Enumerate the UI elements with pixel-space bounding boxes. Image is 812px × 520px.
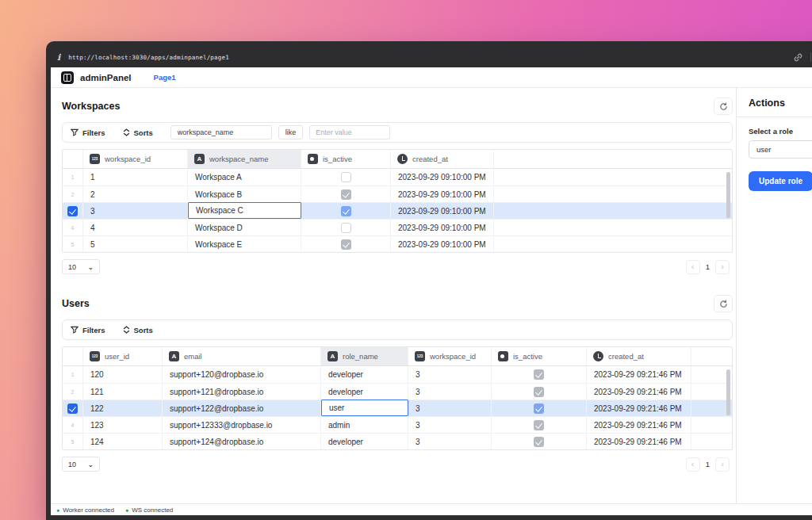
cell-workspace_id[interactable]: 3 xyxy=(408,366,492,383)
row-select-cell[interactable]: 1 xyxy=(63,366,83,383)
table-row[interactable]: 1120support+120@dropbase.iodeveloper3202… xyxy=(63,366,732,383)
table-row[interactable]: 5124support+124@dropbase.iodeveloper3202… xyxy=(63,433,732,449)
cell-created_at[interactable]: 2023-09-29 09:21:46 PM xyxy=(587,416,691,433)
row-select-cell[interactable]: 4 xyxy=(63,416,83,433)
row-select-cell[interactable] xyxy=(63,202,83,219)
row-select-cell[interactable]: 5 xyxy=(63,235,83,252)
cell-created_at[interactable]: 2023-09-29 09:10:00 PM xyxy=(391,185,494,202)
users-table-scrollbar[interactable] xyxy=(726,369,730,415)
cell-is_active[interactable] xyxy=(301,202,391,219)
cell-created_at[interactable]: 2023-09-29 09:10:00 PM xyxy=(391,202,494,219)
tab-page1[interactable]: Page1 xyxy=(154,73,176,82)
cell-workspace_name[interactable]: Workspace C xyxy=(188,202,301,219)
cell-email[interactable]: support+122@dropbase.io xyxy=(163,400,321,416)
workspaces-sorts-button[interactable]: Sorts xyxy=(123,128,153,137)
column-header-email[interactable]: Aemail xyxy=(163,347,321,365)
cell-user_id[interactable]: 123 xyxy=(83,416,163,433)
cell-email[interactable]: support+120@dropbase.io xyxy=(163,366,321,383)
column-header-user_id[interactable]: 123user_id xyxy=(83,347,163,365)
boolean-checkbox[interactable] xyxy=(534,420,544,430)
cell-workspace_id[interactable]: 4 xyxy=(83,219,188,235)
workspaces-table-scrollbar[interactable] xyxy=(726,172,730,218)
cell-is_active[interactable] xyxy=(301,185,391,202)
cell-is_active[interactable] xyxy=(492,416,587,433)
row-select-cell[interactable]: 2 xyxy=(63,185,83,202)
users-prev-page-button[interactable]: ‹ xyxy=(686,457,700,472)
cell-is_active[interactable] xyxy=(492,366,587,383)
users-sorts-button[interactable]: Sorts xyxy=(123,326,153,335)
cell-email[interactable]: support+12333@dropbase.io xyxy=(163,416,321,433)
table-row[interactable]: 22Workspace B2023-09-29 09:10:00 PM xyxy=(63,185,732,202)
workspaces-filters-button[interactable]: Filters xyxy=(71,128,105,137)
cell-created_at[interactable]: 2023-09-29 09:21:46 PM xyxy=(587,400,691,416)
cell-role_name[interactable]: developer xyxy=(321,433,408,449)
boolean-checkbox[interactable] xyxy=(534,369,544,380)
filter-operator-select[interactable]: like xyxy=(278,125,304,140)
cell-created_at[interactable]: 2023-09-29 09:10:00 PM xyxy=(391,219,494,235)
cell-role_name[interactable]: developer xyxy=(321,383,408,400)
users-next-page-button[interactable]: › xyxy=(715,457,730,472)
workspaces-refresh-button[interactable] xyxy=(714,98,733,115)
cell-role_name[interactable]: admin xyxy=(321,416,408,433)
table-row[interactable]: 2121support+121@dropbase.iodeveloper3202… xyxy=(63,383,732,400)
cell-workspace_name[interactable]: Workspace A xyxy=(188,169,301,185)
cell-workspace_id[interactable]: 3 xyxy=(408,400,492,416)
cell-created_at[interactable]: 2023-09-29 09:21:46 PM xyxy=(587,433,691,449)
table-row[interactable]: 11Workspace A2023-09-29 09:10:00 PM xyxy=(63,169,732,185)
users-filters-button[interactable]: Filters xyxy=(71,326,105,335)
cell-workspace_id[interactable]: 3 xyxy=(408,433,492,449)
column-header-workspace_name[interactable]: Aworkspace_name xyxy=(188,150,301,168)
column-header-role_name[interactable]: Arole_name xyxy=(321,347,408,365)
boolean-checkbox[interactable] xyxy=(341,239,351,250)
cell-created_at[interactable]: 2023-09-29 09:21:46 PM xyxy=(587,383,691,400)
cell-workspace_name[interactable]: Workspace B xyxy=(188,185,301,202)
column-header-created_at[interactable]: created_at xyxy=(587,347,691,365)
cell-is_active[interactable] xyxy=(492,400,587,416)
cell-workspace_id[interactable]: 3 xyxy=(408,416,492,433)
cell-is_active[interactable] xyxy=(301,219,391,235)
table-row[interactable]: 122support+122@dropbase.iouser32023-09-2… xyxy=(63,400,732,416)
cell-role_name[interactable]: user xyxy=(321,400,408,416)
users-refresh-button[interactable] xyxy=(714,295,733,312)
cell-is_active[interactable] xyxy=(301,169,391,185)
row-select-cell[interactable]: 1 xyxy=(63,169,83,185)
cell-user_id[interactable]: 121 xyxy=(83,383,163,400)
url-bar[interactable]: i http://localhost:3030/apps/adminpanel/… xyxy=(51,47,812,67)
url-text[interactable]: http://localhost:3030/apps/adminpanel/pa… xyxy=(68,54,229,61)
cell-workspace_id[interactable]: 3 xyxy=(408,383,492,400)
row-select-cell[interactable] xyxy=(63,400,83,416)
cell-workspace_id[interactable]: 5 xyxy=(83,235,188,252)
cell-created_at[interactable]: 2023-09-29 09:10:00 PM xyxy=(391,235,494,252)
cell-role_name[interactable]: developer xyxy=(321,366,408,383)
row-select-cell[interactable]: 5 xyxy=(63,433,83,449)
cell-is_active[interactable] xyxy=(492,383,587,400)
cell-workspace_id[interactable]: 3 xyxy=(83,202,188,219)
row-checkbox-checked[interactable] xyxy=(67,403,78,414)
cell-user_id[interactable]: 122 xyxy=(83,400,163,416)
column-header-workspace_id[interactable]: 123workspace_id xyxy=(83,150,188,168)
cell-workspace_id[interactable]: 2 xyxy=(83,185,188,202)
row-select-cell[interactable]: 2 xyxy=(63,383,83,400)
column-header-is_active[interactable]: is_active xyxy=(301,150,391,168)
boolean-checkbox[interactable] xyxy=(534,437,544,447)
users-page-size-select[interactable]: 10 ⌄ xyxy=(62,457,100,472)
boolean-checkbox[interactable] xyxy=(534,403,544,414)
boolean-checkbox[interactable] xyxy=(534,387,544,397)
share-link-icon[interactable] xyxy=(793,52,803,63)
cell-is_active[interactable] xyxy=(492,433,587,449)
table-row[interactable]: 55Workspace E2023-09-29 09:10:00 PM xyxy=(63,235,732,252)
row-select-cell[interactable]: 4 xyxy=(63,219,83,235)
workspaces-page-size-select[interactable]: 10 ⌄ xyxy=(62,259,100,274)
boolean-checkbox[interactable] xyxy=(341,172,351,182)
cell-email[interactable]: support+121@dropbase.io xyxy=(163,383,321,400)
cell-is_active[interactable] xyxy=(301,235,391,252)
workspaces-prev-page-button[interactable]: ‹ xyxy=(686,260,700,274)
cell-user_id[interactable]: 124 xyxy=(83,433,163,449)
cell-created_at[interactable]: 2023-09-29 09:10:00 PM xyxy=(391,169,494,185)
boolean-checkbox[interactable] xyxy=(341,206,351,216)
boolean-checkbox[interactable] xyxy=(341,189,351,200)
table-row[interactable]: 4123support+12333@dropbase.ioadmin32023-… xyxy=(63,416,732,433)
filter-value-input[interactable] xyxy=(309,125,390,140)
cell-created_at[interactable]: 2023-09-29 09:21:46 PM xyxy=(587,366,691,383)
column-header-is_active[interactable]: is_active xyxy=(492,347,587,365)
